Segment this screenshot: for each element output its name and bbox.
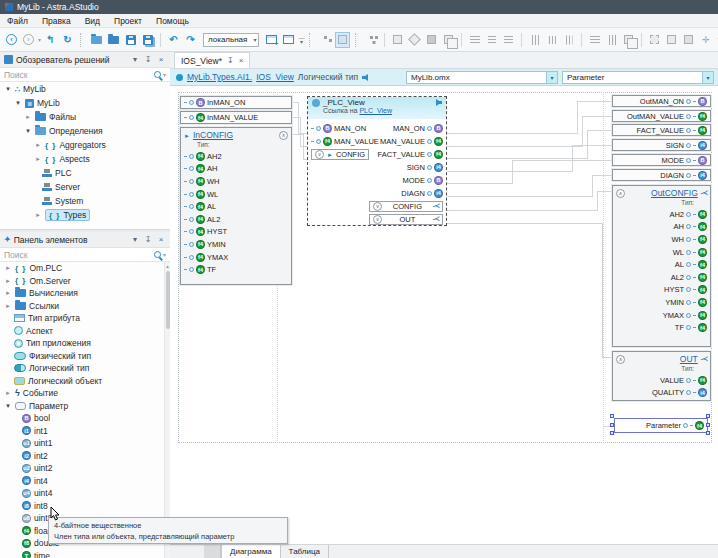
pin-icon[interactable] <box>189 217 194 222</box>
config-port-wh[interactable]: f4WH <box>181 175 291 188</box>
in-config-block[interactable]: InCONFIG Тип: f4AH2 f4AH f4WH f4WL f4AL … <box>180 127 292 285</box>
expand-icon[interactable] <box>373 215 382 224</box>
config-port-ah[interactable]: AHf4 <box>613 221 710 234</box>
expander-icon[interactable] <box>4 264 12 272</box>
pin-icon[interactable] <box>686 143 691 148</box>
pin-icon[interactable] <box>686 275 691 280</box>
save-icon[interactable] <box>123 32 138 48</box>
config-port-ah2[interactable]: AH2f4 <box>613 208 710 221</box>
duplicate-icon[interactable] <box>441 32 456 48</box>
align-bottom-icon[interactable] <box>561 32 576 48</box>
combo-arrow-icon[interactable]: ▾ <box>702 72 713 83</box>
menu-view[interactable]: Вид <box>78 16 107 26</box>
selection-handle[interactable] <box>610 414 614 418</box>
config-port-hyst[interactable]: HYSTf4 <box>613 284 710 297</box>
out-config-link[interactable]: OutCONFIG <box>628 188 698 198</box>
toolbox-item-bool[interactable]: B bool <box>0 412 170 425</box>
port-outman-value[interactable]: OutMAN_VALUE f4 <box>612 110 711 122</box>
expander-icon[interactable] <box>4 85 12 93</box>
config-port-tf[interactable]: TFf4 <box>613 321 710 334</box>
tree-item-plc[interactable]: PLC <box>0 166 170 180</box>
pin-icon[interactable] <box>686 158 691 163</box>
go-up-icon[interactable]: ↰ <box>43 32 58 48</box>
pin-icon[interactable] <box>427 191 432 196</box>
pin-icon[interactable] <box>686 287 691 292</box>
element-combo[interactable]: Parameter ▾ <box>562 71 714 84</box>
toolbar-overflow-icon[interactable]: —▾ <box>298 36 304 44</box>
collapse-icon[interactable] <box>279 131 288 140</box>
toolbox-item-event[interactable]: ϟ Событие <box>0 387 170 400</box>
pin-icon[interactable] <box>686 313 691 318</box>
toolbox-item-omserver[interactable]: { } Om.Server <box>0 275 170 288</box>
connector-icon[interactable] <box>318 32 333 48</box>
same-size-icon[interactable] <box>621 32 636 48</box>
pin-icon[interactable]: ↧ <box>227 56 234 65</box>
combo-arrow-icon[interactable]: ▾ <box>546 72 557 83</box>
out-port-value[interactable]: VALUEf4 <box>613 374 710 387</box>
config-port-wl[interactable]: f4WL <box>181 188 291 201</box>
config-port-al[interactable]: ALf4 <box>613 258 710 271</box>
toolbox-item-uint1[interactable]: u1 uint1 <box>0 437 170 450</box>
tab-table[interactable]: Таблица <box>281 545 329 558</box>
pin-icon[interactable] <box>189 242 194 247</box>
close-icon[interactable]: × <box>156 55 166 64</box>
search-dropdown-icon[interactable]: ▾ <box>163 251 166 258</box>
pin-icon[interactable] <box>189 166 194 171</box>
expander-icon[interactable] <box>34 141 42 149</box>
pin-icon[interactable] <box>686 262 691 267</box>
input-config-group[interactable]: CONFIG <box>311 149 369 160</box>
in-config-link[interactable]: InCONFIG <box>193 130 276 140</box>
config-port-ymin[interactable]: f4YMIN <box>181 238 291 251</box>
pin-icon[interactable] <box>427 152 432 157</box>
toolbox-item-logical-type[interactable]: Логический тип <box>0 362 170 375</box>
out-block[interactable]: OUT Тип: VALUEf4 QUALITYi4 <box>612 351 711 401</box>
expand-icon[interactable] <box>373 202 382 211</box>
pin-icon[interactable] <box>189 179 194 184</box>
org-chart-icon[interactable] <box>364 32 379 48</box>
file-combo[interactable]: MyLib.omx ▾ <box>406 71 558 84</box>
toolbox-item-int2[interactable]: i2 int2 <box>0 450 170 463</box>
forward-dropdown-icon[interactable]: ▾ <box>38 36 41 43</box>
grid-toggle-icon[interactable] <box>335 32 350 48</box>
toolbox-item-time[interactable]: T time <box>0 550 170 558</box>
scheme-combo[interactable]: локальная▾ <box>203 33 259 47</box>
port-mode[interactable]: MODE B <box>612 154 711 166</box>
input-man-value[interactable]: f4MAN_VALUE <box>311 137 379 146</box>
pin-icon[interactable] <box>686 128 691 133</box>
open-folder-icon[interactable] <box>89 32 104 48</box>
toolbox-item-uint2[interactable]: u2 uint2 <box>0 462 170 475</box>
zoom-fit-icon[interactable] <box>681 32 696 48</box>
panel-menu-icon[interactable]: ▾ <box>130 235 140 244</box>
expander-icon[interactable] <box>4 289 12 297</box>
selection-handle[interactable] <box>610 431 614 435</box>
toolbox-item-omplc[interactable]: { } Om.PLC <box>0 262 170 275</box>
tab-ios-view[interactable]: IOS_View* ↧ × <box>174 52 250 68</box>
config-port-al[interactable]: f4AL <box>181 200 291 213</box>
pin-icon[interactable] <box>316 139 321 144</box>
output-config-group[interactable]: CONFIG <box>369 201 443 212</box>
expander-icon[interactable] <box>24 113 32 121</box>
toolbox-item-logical-object[interactable]: Логический объект <box>0 375 170 388</box>
center-view-icon[interactable]: ✛ <box>698 32 713 48</box>
collapse-icon[interactable] <box>616 189 625 198</box>
output-fact-value[interactable]: FACT_VALUEf4 <box>378 150 443 159</box>
close-icon[interactable]: × <box>156 235 166 244</box>
import-table-icon[interactable] <box>264 32 279 48</box>
folder-icon[interactable] <box>106 32 121 48</box>
search-dropdown-icon[interactable]: ▾ <box>163 71 166 78</box>
expander-icon[interactable] <box>4 277 12 285</box>
toolbox-item-int8[interactable]: i8 int8 <box>0 500 170 513</box>
output-man-value[interactable]: MAN_VALUEf4 <box>380 137 443 146</box>
toolbox-item-computations[interactable]: Вычисления <box>0 287 170 300</box>
align-left-icon[interactable] <box>467 32 482 48</box>
pin-icon[interactable] <box>686 99 691 104</box>
pin-icon[interactable] <box>686 212 691 217</box>
selection-handle[interactable] <box>706 414 710 418</box>
search-icon[interactable] <box>154 71 161 78</box>
output-sign[interactable]: SIGNi4 <box>407 163 443 172</box>
pin-icon[interactable] <box>686 390 691 395</box>
config-port-hyst[interactable]: f4HYST <box>181 226 291 239</box>
config-port-wl[interactable]: WLf4 <box>613 246 710 259</box>
pin-icon[interactable] <box>686 250 691 255</box>
pin-icon[interactable]: ↧ <box>143 235 153 244</box>
